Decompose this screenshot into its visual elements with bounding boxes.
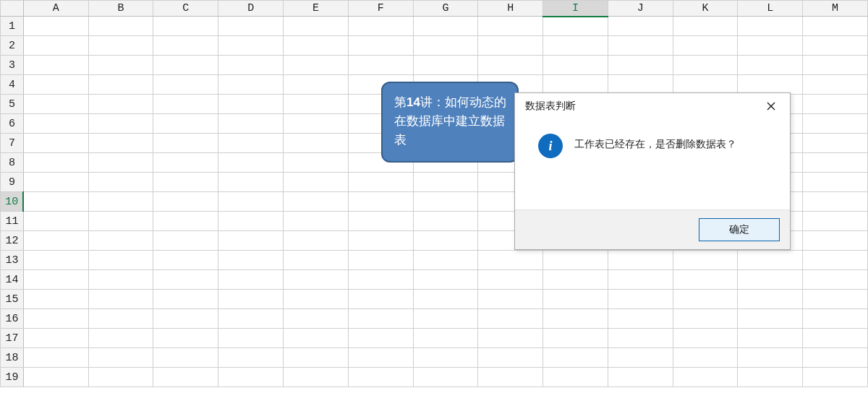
cell[interactable] (284, 329, 349, 348)
cell[interactable] (218, 309, 284, 329)
cell[interactable] (673, 17, 738, 36)
cell[interactable] (413, 368, 478, 387)
column-header-c[interactable]: C (153, 1, 218, 17)
cell[interactable] (218, 173, 284, 192)
cell[interactable] (738, 17, 803, 36)
cell[interactable] (153, 95, 218, 114)
cell[interactable] (218, 290, 284, 309)
cell[interactable] (673, 56, 738, 75)
cell[interactable] (803, 329, 868, 348)
cell[interactable] (23, 75, 88, 95)
cell[interactable] (153, 134, 218, 153)
cell[interactable] (478, 329, 543, 348)
cell[interactable] (218, 75, 284, 95)
cell[interactable] (218, 251, 284, 270)
cell[interactable] (803, 270, 868, 290)
row-header-13[interactable]: 13 (1, 251, 24, 270)
select-all-corner[interactable] (1, 1, 24, 17)
cell[interactable] (88, 75, 153, 95)
row-header-9[interactable]: 9 (1, 173, 24, 192)
cell[interactable] (153, 153, 218, 173)
cell[interactable] (153, 368, 218, 387)
cell[interactable] (88, 368, 153, 387)
cell[interactable] (88, 212, 153, 231)
cell[interactable] (413, 270, 478, 290)
cell[interactable] (543, 36, 608, 56)
cell[interactable] (348, 348, 413, 368)
cell[interactable] (608, 309, 673, 329)
row-header-15[interactable]: 15 (1, 290, 24, 309)
cell[interactable] (23, 329, 88, 348)
cell[interactable] (608, 17, 673, 36)
cell[interactable] (153, 212, 218, 231)
cell[interactable] (543, 368, 608, 387)
cell[interactable] (284, 153, 349, 173)
cell[interactable] (218, 17, 284, 36)
row-header-5[interactable]: 5 (1, 95, 24, 114)
cell[interactable] (543, 309, 608, 329)
cell[interactable] (153, 17, 218, 36)
cell[interactable] (413, 17, 478, 36)
cell[interactable] (673, 290, 738, 309)
cell[interactable] (413, 231, 478, 251)
cell[interactable] (88, 36, 153, 56)
cell[interactable] (673, 251, 738, 270)
cell[interactable] (23, 290, 88, 309)
cell[interactable] (803, 75, 868, 95)
cell[interactable] (543, 348, 608, 368)
cell[interactable] (88, 134, 153, 153)
cell[interactable] (218, 348, 284, 368)
cell[interactable] (218, 95, 284, 114)
cell[interactable] (543, 329, 608, 348)
cell[interactable] (218, 329, 284, 348)
cell[interactable] (284, 134, 349, 153)
cell[interactable] (738, 329, 803, 348)
row-header-10[interactable]: 10 (1, 192, 24, 212)
cell[interactable] (543, 75, 608, 95)
cell[interactable] (803, 36, 868, 56)
cell[interactable] (23, 309, 88, 329)
cell[interactable] (478, 309, 543, 329)
cell[interactable] (673, 75, 738, 95)
cell[interactable] (738, 36, 803, 56)
cell[interactable] (543, 251, 608, 270)
cell[interactable] (738, 251, 803, 270)
row-header-18[interactable]: 18 (1, 348, 24, 368)
cell[interactable] (803, 192, 868, 212)
cell[interactable] (218, 270, 284, 290)
row-header-19[interactable]: 19 (1, 368, 24, 387)
cell[interactable] (348, 231, 413, 251)
column-header-d[interactable]: D (218, 1, 284, 17)
cell[interactable] (153, 114, 218, 134)
cell[interactable] (478, 36, 543, 56)
cell[interactable] (413, 329, 478, 348)
cell[interactable] (413, 192, 478, 212)
cell[interactable] (478, 56, 543, 75)
cell[interactable] (543, 17, 608, 36)
cell[interactable] (284, 192, 349, 212)
cell[interactable] (348, 329, 413, 348)
cell[interactable] (218, 36, 284, 56)
cell[interactable] (608, 348, 673, 368)
cell[interactable] (608, 329, 673, 348)
cell[interactable] (23, 153, 88, 173)
cell[interactable] (23, 192, 88, 212)
cell[interactable] (153, 309, 218, 329)
cell[interactable] (23, 173, 88, 192)
cell[interactable] (738, 309, 803, 329)
cell[interactable] (413, 56, 478, 75)
cell[interactable] (803, 114, 868, 134)
cell[interactable] (23, 17, 88, 36)
cell[interactable] (803, 212, 868, 231)
row-header-14[interactable]: 14 (1, 270, 24, 290)
cell[interactable] (673, 270, 738, 290)
cell[interactable] (608, 75, 673, 95)
cell[interactable] (88, 348, 153, 368)
row-header-4[interactable]: 4 (1, 75, 24, 95)
cell[interactable] (23, 270, 88, 290)
cell[interactable] (88, 95, 153, 114)
cell[interactable] (88, 270, 153, 290)
cell[interactable] (608, 251, 673, 270)
cell[interactable] (88, 290, 153, 309)
cell[interactable] (738, 75, 803, 95)
